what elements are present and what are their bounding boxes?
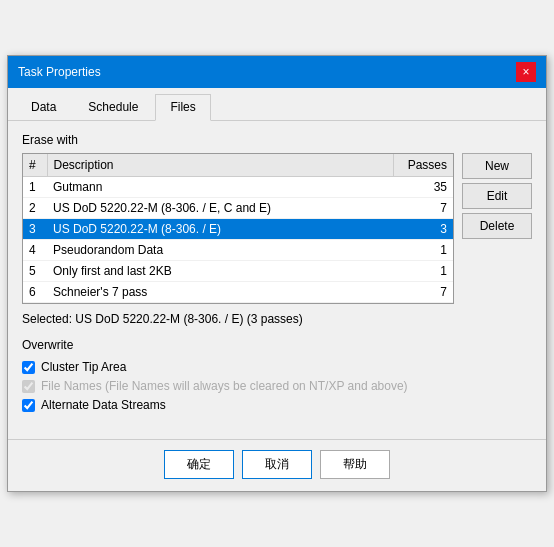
title-bar: Task Properties × xyxy=(8,56,546,88)
selected-label: Selected: US DoD 5220.22-M (8-306. / E) … xyxy=(22,312,532,326)
tabs-bar: Data Schedule Files xyxy=(8,88,546,121)
cell-description: Schneier's 7 pass xyxy=(47,282,393,303)
col-passes: Passes xyxy=(393,154,453,177)
tab-data[interactable]: Data xyxy=(16,94,71,120)
cell-num: 5 xyxy=(23,261,47,282)
erase-table-area: # Description Passes 1 Gutmann 35 2 US D… xyxy=(22,153,532,304)
cell-num: 3 xyxy=(23,219,47,240)
cell-passes: 7 xyxy=(393,282,453,303)
checkbox-cluster-tip[interactable] xyxy=(22,361,35,374)
cell-description: US DoD 5220.22-M (8-306. / E) xyxy=(47,219,393,240)
cell-num: 1 xyxy=(23,177,47,198)
cancel-button[interactable]: 取消 xyxy=(242,450,312,479)
overwrite-section: Overwrite Cluster Tip AreaFile Names (Fi… xyxy=(22,338,532,412)
erase-table-container: # Description Passes 1 Gutmann 35 2 US D… xyxy=(22,153,454,304)
close-button[interactable]: × xyxy=(516,62,536,82)
table-row[interactable]: 3 US DoD 5220.22-M (8-306. / E) 3 xyxy=(23,219,453,240)
checkbox-row-alt-data: Alternate Data Streams xyxy=(22,398,532,412)
task-properties-dialog: Task Properties × Data Schedule Files Er… xyxy=(7,55,547,492)
table-row[interactable]: 5 Only first and last 2KB 1 xyxy=(23,261,453,282)
cell-description: Pseudorandom Data xyxy=(47,240,393,261)
checkbox-label-alt-data: Alternate Data Streams xyxy=(41,398,166,412)
erase-table-body: 1 Gutmann 35 2 US DoD 5220.22-M (8-306. … xyxy=(23,177,453,303)
help-button[interactable]: 帮助 xyxy=(320,450,390,479)
checkboxes-container: Cluster Tip AreaFile Names (File Names w… xyxy=(22,360,532,412)
checkbox-row-cluster-tip: Cluster Tip Area xyxy=(22,360,532,374)
checkbox-label-file-names: File Names (File Names will always be cl… xyxy=(41,379,408,393)
cell-num: 6 xyxy=(23,282,47,303)
table-row[interactable]: 6 Schneier's 7 pass 7 xyxy=(23,282,453,303)
cell-passes: 3 xyxy=(393,219,453,240)
content-area: Erase with # Description Passes 1 Gutman… xyxy=(8,121,546,429)
col-description: Description xyxy=(47,154,393,177)
checkbox-file-names xyxy=(22,380,35,393)
tab-schedule[interactable]: Schedule xyxy=(73,94,153,120)
new-button[interactable]: New xyxy=(462,153,532,179)
overwrite-section-label: Overwrite xyxy=(22,338,532,352)
delete-button[interactable]: Delete xyxy=(462,213,532,239)
dialog-title: Task Properties xyxy=(18,65,101,79)
confirm-button[interactable]: 确定 xyxy=(164,450,234,479)
cell-description: Gutmann xyxy=(47,177,393,198)
checkbox-alt-data[interactable] xyxy=(22,399,35,412)
edit-button[interactable]: Edit xyxy=(462,183,532,209)
cell-passes: 7 xyxy=(393,198,453,219)
cell-passes: 1 xyxy=(393,261,453,282)
cell-description: US DoD 5220.22-M (8-306. / E, C and E) xyxy=(47,198,393,219)
table-row[interactable]: 4 Pseudorandom Data 1 xyxy=(23,240,453,261)
table-row[interactable]: 1 Gutmann 35 xyxy=(23,177,453,198)
cell-passes: 1 xyxy=(393,240,453,261)
erase-section-label: Erase with xyxy=(22,133,532,147)
table-header-row: # Description Passes xyxy=(23,154,453,177)
table-row[interactable]: 2 US DoD 5220.22-M (8-306. / E, C and E)… xyxy=(23,198,453,219)
tab-files[interactable]: Files xyxy=(155,94,210,121)
cell-passes: 35 xyxy=(393,177,453,198)
cell-num: 2 xyxy=(23,198,47,219)
side-buttons: New Edit Delete xyxy=(462,153,532,304)
cell-num: 4 xyxy=(23,240,47,261)
bottom-bar: 确定 取消 帮助 xyxy=(8,439,546,491)
cell-description: Only first and last 2KB xyxy=(47,261,393,282)
col-num: # xyxy=(23,154,47,177)
erase-table: # Description Passes 1 Gutmann 35 2 US D… xyxy=(23,154,453,303)
checkbox-label-cluster-tip: Cluster Tip Area xyxy=(41,360,126,374)
checkbox-row-file-names: File Names (File Names will always be cl… xyxy=(22,379,532,393)
